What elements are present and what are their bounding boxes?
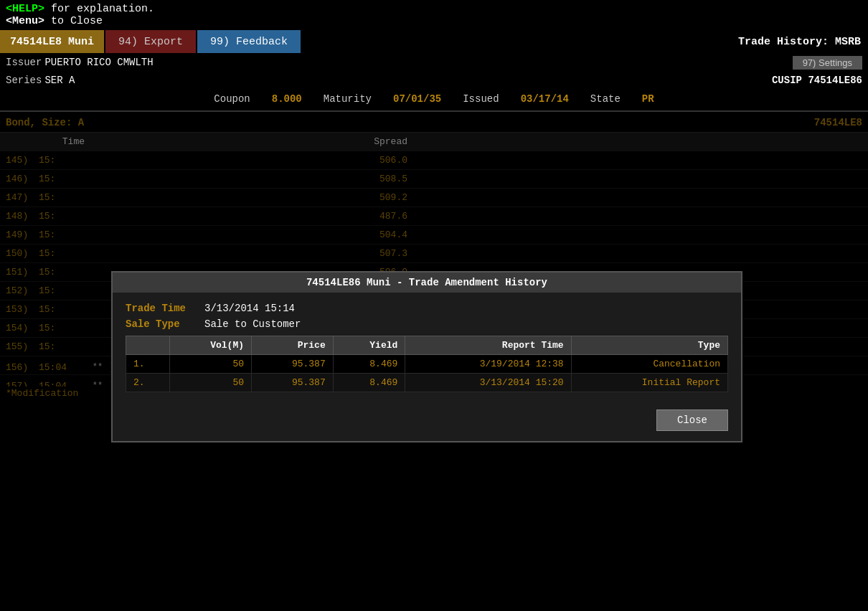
content-area: Bond, Size: A 74514LE8 Time Spread 145) …: [0, 113, 868, 430]
modal-cell-yield: 8.469: [333, 374, 405, 392]
sale-type-value: Sale to Customer: [204, 318, 301, 330]
th-num: [126, 336, 170, 355]
tab-export[interactable]: 94) Export: [105, 30, 196, 53]
issued-label: Issued: [463, 93, 499, 105]
modal-cell-vol: 50: [170, 374, 252, 392]
coupon-row: Coupon 8.000 Maturity 07/01/35 Issued 03…: [0, 89, 868, 109]
series-label: Series: [6, 75, 42, 86]
series-row: Series SER A CUSIP 74514LE86: [0, 72, 868, 89]
modal-cell-type: Cancellation: [571, 355, 727, 374]
trade-time-row: Trade Time 3/13/2014 15:14: [126, 303, 728, 314]
tab-feedback[interactable]: 99) Feedback: [197, 30, 301, 53]
th-type: Type: [571, 336, 727, 355]
cusip-label: CUSIP: [772, 75, 802, 86]
modal-table-body: 1. 50 95.387 8.469 3/19/2014 12:38 Cance…: [126, 355, 728, 392]
state-label: State: [590, 93, 621, 105]
maturity-label: Maturity: [324, 93, 372, 105]
trade-history-label: Trade History: MSRB: [738, 36, 868, 48]
close-button[interactable]: Close: [656, 409, 728, 431]
cusip-value: 74514LE86: [808, 75, 862, 86]
modal-table-row: 1. 50 95.387 8.469 3/19/2014 12:38 Cance…: [126, 355, 728, 374]
th-price: Price: [252, 336, 334, 355]
tab-muni[interactable]: 74514LE8 Muni: [0, 30, 104, 53]
modal-dialog: 74514LE86 Muni - Trade Amendment History…: [111, 271, 742, 442]
settings-button[interactable]: 97) Settings: [793, 56, 862, 70]
issuer-label: Issuer: [6, 57, 42, 68]
sale-type-row: Sale Type Sale to Customer: [126, 318, 728, 330]
help-suffix: for explanation.: [44, 3, 154, 15]
modal-cell-report-time: 3/19/2014 12:38: [405, 355, 571, 374]
modal-cell-report-time: 3/13/2014 15:20: [405, 374, 571, 392]
menu-link[interactable]: <Menu>: [6, 15, 44, 27]
modal-cell-num: 2.: [126, 374, 170, 392]
issued-value: 03/17/14: [521, 93, 569, 105]
th-report-time: Report Time: [405, 336, 571, 355]
modal-table-row: 2. 50 95.387 8.469 3/13/2014 15:20 Initi…: [126, 374, 728, 392]
sale-type-label: Sale Type: [126, 318, 204, 330]
maturity-value: 07/01/35: [393, 93, 441, 105]
issuer-value: PUERTO RICO CMWLTH: [44, 57, 153, 68]
modal-cell-vol: 50: [170, 355, 252, 374]
header-bar: 74514LE8 Muni 94) Export 99) Feedback Tr…: [0, 30, 868, 53]
coupon-value: 8.000: [272, 93, 302, 105]
state-value: PR: [642, 93, 654, 105]
issuer-row: Issuer PUERTO RICO CMWLTH 97) Settings: [0, 53, 868, 72]
modal-cell-yield: 8.469: [333, 355, 405, 374]
th-vol: Vol(M): [170, 336, 252, 355]
help-line: <HELP> for explanation. <Menu> to Close: [0, 0, 868, 30]
help-link[interactable]: <HELP>: [6, 3, 44, 15]
trade-time-label: Trade Time: [126, 303, 204, 314]
modal-cell-price: 95.387: [252, 355, 334, 374]
cusip-area: CUSIP 74514LE86: [772, 75, 862, 86]
menu-suffix: to Close: [44, 15, 103, 27]
amendment-table: Vol(M) Price Yield Report Time Type 1. 5…: [126, 336, 728, 392]
coupon-label: Coupon: [214, 93, 250, 105]
modal-cell-num: 1.: [126, 355, 170, 374]
th-yield: Yield: [333, 336, 405, 355]
modal-titlebar: 74514LE86 Muni - Trade Amendment History: [113, 273, 741, 293]
trade-time-value: 3/13/2014 15:14: [204, 303, 295, 314]
series-value: SER A: [44, 75, 75, 86]
modal-cell-price: 95.387: [252, 374, 334, 392]
modal-cell-type: Initial Report: [571, 374, 727, 392]
table-header-row: Vol(M) Price Yield Report Time Type: [126, 336, 728, 355]
modal-footer: Close: [113, 402, 741, 441]
modal-body: Trade Time 3/13/2014 15:14 Sale Type Sal…: [113, 293, 741, 402]
